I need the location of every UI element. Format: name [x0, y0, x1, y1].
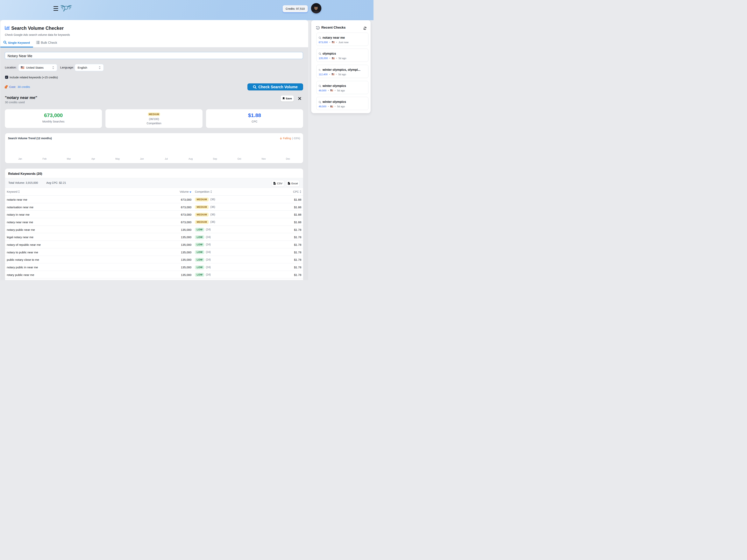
svg-text:CSV: CSV	[274, 183, 276, 184]
svg-text:x: x	[288, 183, 289, 185]
